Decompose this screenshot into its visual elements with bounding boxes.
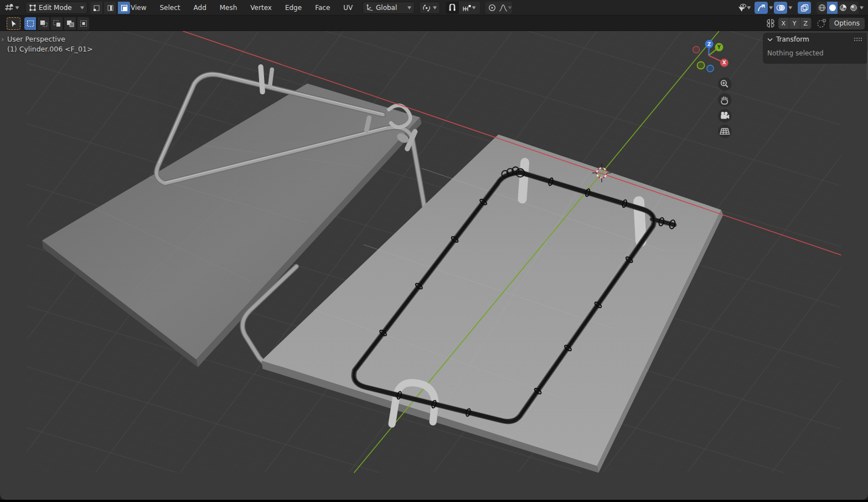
chevron-down-icon [767,38,773,42]
chevron-down-icon: ▼ [508,6,512,10]
gizmos-toggle-button[interactable] [755,2,768,14]
select-invert-button[interactable] [64,17,76,30]
select-subtract-button[interactable] [51,17,63,30]
active-object-label: (1) Cylinder.006 <F_01> [7,45,92,53]
pan-button[interactable] [718,94,731,107]
view-perspective-label: User Perspective [7,35,65,43]
menu-mesh[interactable]: Mesh [214,0,244,16]
3d-viewport[interactable]: Z Y X [0,31,868,500]
mirror-butterfly-icon[interactable] [765,19,776,28]
axes-icon [366,4,374,12]
mode-label: Edit Mode [39,4,78,12]
chevron-down-icon[interactable]: ▼ [788,6,792,10]
axis-neg-z-ball[interactable] [707,65,714,71]
transform-panel-header[interactable]: Transform [763,33,867,46]
camera-view-button[interactable] [718,109,731,122]
pivot-point-dropdown[interactable]: ▼ [419,2,440,14]
edge-select-mode-button[interactable] [104,2,117,14]
select-intersect-icon [80,20,87,27]
panel-drag-handle[interactable] [854,37,862,42]
chevron-down-icon[interactable]: ▼ [769,6,773,10]
vertex-select-mode-button[interactable] [90,2,103,14]
gizmo-arrow-icon [757,4,766,12]
editor-type-button[interactable]: ▼ [3,2,20,14]
axis-y-label: Y [717,44,721,50]
snap-target-dropdown[interactable]: ▼ [459,2,480,14]
edit-cube-icon [29,4,37,12]
chevron-down-icon[interactable]: ▼ [860,6,864,10]
shading-wireframe-button[interactable] [817,2,827,14]
mirror-x-button[interactable]: X [778,18,789,29]
select-extend-icon [40,20,48,27]
transform-orientation-dropdown[interactable]: Global ▼ [363,2,415,14]
axis-z-label: Z [707,42,711,47]
xray-toggle-button[interactable] [798,2,811,14]
axis-x-label: X [722,60,726,65]
orientation-label: Global [376,4,405,12]
menu-face[interactable]: Face [309,0,336,16]
magnet-icon [448,4,456,12]
select-extend-button[interactable] [38,17,50,30]
solid-sphere-icon [829,4,836,12]
overlays-circles-icon [776,4,785,12]
proportional-circle-icon [488,4,496,12]
header-menubar: View Select Add Mesh Vertex Edge Face UV [125,0,359,16]
select-new-button[interactable] [24,17,37,30]
select-intersect-button[interactable] [78,17,90,30]
shading-solid-button[interactable] [827,2,838,14]
tool-settings-bar: X Y Z Options [0,16,868,31]
snap-increment-icon [463,4,472,12]
chevron-down-icon: ▼ [747,6,751,10]
proportional-editing-button[interactable] [485,2,499,14]
menu-edge[interactable]: Edge [279,0,308,16]
tweak-cursor-icon [10,20,17,28]
vertex-select-icon [93,4,100,12]
overlays-toggle-button[interactable] [774,2,787,14]
rendered-sphere-icon [850,4,857,12]
axis-neg-x-ball[interactable] [693,47,700,53]
shading-rendered-button[interactable] [848,2,859,14]
active-tool-button[interactable] [7,17,20,30]
zoom-button[interactable] [718,77,731,90]
material-sphere-icon [839,4,847,12]
panel-empty-message: Nothing selected [763,46,867,57]
cursor-eye-icon [737,4,747,12]
select-invert-icon [66,20,74,27]
pivot-orbit-icon [422,4,431,12]
panel-title: Transform [776,35,850,43]
shading-material-button[interactable] [838,2,848,14]
snap-toggle-button[interactable] [446,2,459,14]
blender-window: ▼ Edit Mode ▼ [0,0,868,500]
chevron-down-icon: ▼ [16,6,19,10]
mode-dropdown[interactable]: Edit Mode ▼ [25,2,87,14]
mirror-z-button[interactable]: Z [800,18,812,29]
menu-uv[interactable]: UV [337,0,359,16]
sidebar-transform-panel: Transform Nothing selected [763,33,867,64]
viewport-header: ▼ Edit Mode ▼ [0,0,868,16]
orthographic-toggle-button[interactable] [718,125,731,138]
menu-add[interactable]: Add [188,0,213,16]
mirror-y-button[interactable]: Y [789,18,800,29]
wireframe-sphere-icon [818,4,826,12]
menu-select[interactable]: Select [153,0,186,16]
viewport-grid-icon [4,3,16,12]
chevron-down-icon: ▼ [472,6,476,10]
xray-squares-icon [800,4,809,12]
chevron-down-icon: ▼ [80,6,84,10]
chevron-down-icon: ▼ [407,6,411,10]
snap-base-icon[interactable] [816,18,827,28]
menu-vertex[interactable]: Vertex [244,0,278,16]
chevron-down-icon: ▼ [433,6,437,10]
falloff-dropdown[interactable]: ▼ [499,2,512,14]
menu-view[interactable]: View [125,0,152,16]
visibility-dropdown[interactable]: ▼ [735,2,753,14]
select-new-icon [27,20,34,27]
edge-select-icon [107,4,114,12]
falloff-curve-icon [499,4,508,12]
viewport-scene[interactable]: Z Y X [0,31,868,500]
toolbar-expand-arrow[interactable]: › [1,35,4,43]
axis-neg-y-ball[interactable] [698,62,705,69]
options-button[interactable]: Options [829,18,865,29]
select-subtract-icon [53,20,61,27]
